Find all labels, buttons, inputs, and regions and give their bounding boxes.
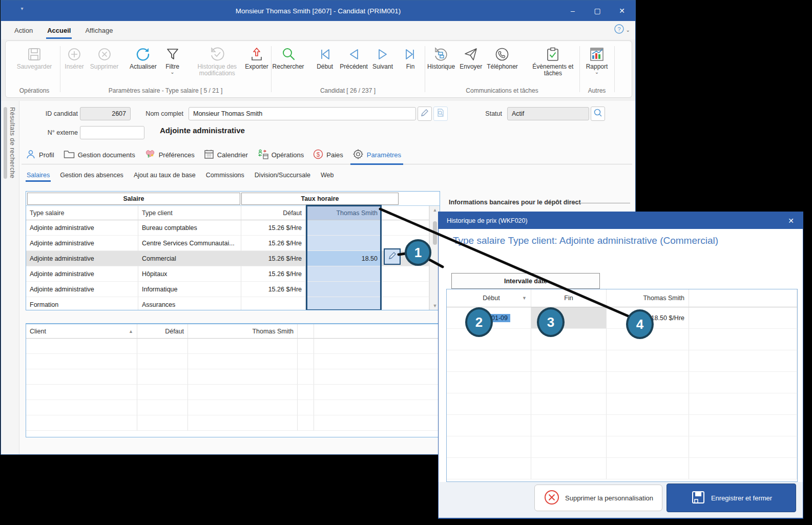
panel-scroll-thumb[interactable] — [4, 107, 7, 179]
close-button[interactable]: ✕ — [612, 3, 632, 18]
tab-profil[interactable]: Profil — [26, 145, 54, 164]
subtab-division-succursale[interactable]: Division/Succursale — [254, 170, 311, 181]
ribbon-tab-accueil[interactable]: Accueil — [40, 23, 78, 38]
send-icon — [463, 45, 478, 64]
window-title: Monsieur Thomas Smith [2607] - Candidat … — [1, 7, 635, 15]
document-search-icon — [436, 108, 445, 119]
close-icon[interactable]: ✕ — [781, 212, 801, 229]
save-icon — [27, 45, 42, 64]
subtab-commissions[interactable]: Commissions — [205, 170, 245, 181]
group-label-autres: Autres — [580, 87, 613, 94]
save-and-close-button[interactable]: Enregistrer et fermer — [667, 484, 796, 512]
group-label-candidat: Candidat [ 26 / 237 ] — [272, 87, 424, 94]
tab-operations[interactable]: Opérations — [257, 145, 304, 164]
maximize-button[interactable]: ▢ — [587, 3, 608, 18]
ribbon-tab-action[interactable]: Action — [7, 23, 40, 38]
no-externe-field[interactable] — [80, 126, 144, 139]
gear-icon — [352, 149, 364, 161]
view-document-button[interactable] — [433, 107, 448, 121]
tab-gestion-documents[interactable]: Gestion documents — [64, 145, 135, 164]
scroll-thumb[interactable] — [433, 221, 437, 245]
col-header-thomas-smith[interactable]: Thomas Smith — [306, 206, 382, 220]
group-header-taux-horaire[interactable]: Taux horaire — [241, 193, 399, 205]
job-title: Adjointe administrative — [160, 126, 245, 135]
statut-field[interactable]: Actif — [507, 107, 589, 120]
delete-personalization-button[interactable]: Supprimer la personnalisation — [534, 485, 662, 511]
nom-complet-field[interactable]: Monsieur Thomas Smith — [189, 107, 416, 120]
col-header-fin[interactable]: Fin — [531, 289, 607, 307]
save-icon — [691, 490, 706, 507]
sub-tab-strip: Salaires Gestion des absences Ajout au t… — [26, 168, 630, 182]
history-sync-icon — [433, 45, 449, 64]
table-row[interactable]: Adjointe administrative Hôpitaux 15.26 $… — [26, 266, 429, 282]
nom-complet-label: Nom complet — [144, 110, 183, 117]
table-row[interactable]: Adjointe administrative Centre Services … — [26, 236, 429, 251]
subtab-web[interactable]: Web — [320, 170, 335, 181]
edit-name-button[interactable] — [418, 107, 432, 121]
ribbon-tab-affichage[interactable]: Affichage — [78, 23, 120, 38]
dollar-icon: $ — [313, 149, 323, 161]
history-button[interactable]: Historique — [426, 43, 456, 72]
table-row-selected[interactable]: Adjointe administrative Commercial 15.26… — [26, 251, 429, 266]
first-icon — [318, 45, 332, 64]
col-header-debut[interactable]: Début ▼ — [452, 289, 531, 307]
group-label-operations: Opérations — [10, 87, 59, 94]
col-header-defaut[interactable]: Défaut — [137, 324, 188, 339]
help-icon[interactable]: ? — [614, 24, 624, 36]
group-header-intervalle-date[interactable]: Intervalle date — [451, 273, 600, 289]
insert-button[interactable]: Insérer — [61, 43, 88, 72]
statut-lookup-button[interactable] — [591, 107, 605, 121]
history-modifications-button[interactable]: Historique des modifications — [192, 43, 242, 79]
ribbon-tab-strip: Action Accueil Affichage — [1, 21, 635, 39]
col-header-client[interactable]: Client ▲ — [26, 324, 137, 339]
first-record-button[interactable]: Début — [311, 43, 338, 72]
subtab-salaires[interactable]: Salaires — [26, 170, 51, 181]
subtab-ajout-taux-base[interactable]: Ajout au taux de base — [133, 170, 197, 181]
previous-record-button[interactable]: Précédent — [339, 43, 368, 72]
id-candidat-field[interactable]: 2607 — [80, 107, 131, 120]
titlebar[interactable]: ▾ Monsieur Thomas Smith [2607] - Candida… — [1, 1, 635, 21]
phone-button[interactable]: Téléphoner — [485, 43, 519, 72]
table-row[interactable]: Adjointe administrative Bureau comptable… — [26, 220, 429, 236]
tab-parametres[interactable]: Paramètres — [352, 145, 401, 164]
history-check-icon — [209, 45, 225, 64]
next-record-button[interactable]: Suivant — [369, 43, 396, 72]
filter-dropdown-icon[interactable]: ▼ — [522, 296, 527, 301]
tab-calendrier[interactable]: Calendrier — [204, 145, 248, 164]
tab-preferences[interactable]: Préférences — [144, 145, 195, 164]
dialog-footer: Supprimer la personnalisation Enregistre… — [439, 482, 803, 518]
send-button[interactable]: Envoyer — [457, 43, 484, 72]
subtab-gestion-absences[interactable]: Gestion des absences — [59, 170, 124, 181]
table-row[interactable]: Formation Assurances — [26, 297, 429, 310]
group-header-salaire[interactable]: Salaire — [27, 193, 240, 205]
search-results-panel-tab[interactable]: Résultats de recherche — [1, 101, 19, 454]
chevron-down-icon[interactable]: ⌄ — [626, 28, 630, 32]
search-button[interactable]: Rechercher — [272, 43, 304, 72]
save-button[interactable]: Sauvegarder — [14, 43, 55, 72]
personalized-rate-cell[interactable]: 18.50 — [306, 251, 382, 266]
price-history-row[interactable]: 2017-01-09 18.50 $/Hre — [447, 307, 797, 329]
tab-paies[interactable]: $ Paies — [313, 145, 343, 164]
refresh-button[interactable]: Actualiser — [128, 43, 158, 72]
col-header-type-client[interactable]: Type client — [138, 206, 241, 220]
minimize-button[interactable]: – — [563, 3, 583, 18]
filter-button[interactable]: Filtre ⌄ — [159, 43, 186, 76]
bank-info-label: Informations bancaires pour le dépôt dir… — [449, 199, 581, 206]
callout-2: 2 — [465, 307, 493, 337]
phone-icon — [494, 45, 510, 64]
pencil-icon — [388, 251, 397, 262]
col-header-defaut[interactable]: Défaut — [241, 206, 306, 220]
last-record-button[interactable]: Fin — [397, 43, 424, 72]
col-header-thomas-smith[interactable]: Thomas Smith — [607, 289, 689, 307]
edit-rate-button[interactable] — [384, 248, 401, 265]
report-button[interactable]: Rapport ⌄ — [584, 43, 611, 76]
table-row[interactable]: Adjointe administrative Informatique 15.… — [26, 282, 429, 297]
delete-button[interactable]: Supprimer — [89, 43, 120, 72]
col-header-thomas-smith[interactable]: Thomas Smith — [188, 324, 298, 339]
price-history-dialog: Historique de prix (WKF020) ✕ Type salai… — [438, 212, 803, 519]
events-tasks-button[interactable]: Évènements et tâches — [528, 43, 578, 79]
dialog-titlebar[interactable]: Historique de prix (WKF020) ✕ — [439, 212, 803, 229]
col-header-type-salaire[interactable]: Type salaire — [26, 206, 138, 220]
export-button[interactable]: Exporter — [243, 43, 270, 72]
price-history-table: Début ▼ Fin Thomas Smith 2017-01-09 18.5… — [446, 289, 798, 482]
